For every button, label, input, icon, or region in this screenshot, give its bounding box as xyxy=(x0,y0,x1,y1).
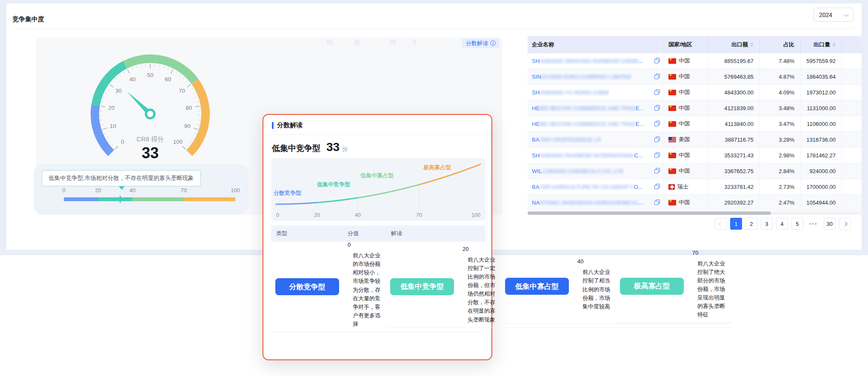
flag-icon xyxy=(668,121,676,127)
company-name-link[interactable]: BAYER AGRICULTURE BV AS AGENT FO... xyxy=(532,184,642,190)
copy-icon[interactable] xyxy=(654,152,660,158)
share-cell: 3.48% xyxy=(760,100,801,116)
copy-icon[interactable] xyxy=(654,74,660,79)
range-desc: 前八大企业控制了相当比例的市场份额，市场集中度较高 xyxy=(577,265,616,314)
scale-tick-label: 20 xyxy=(95,187,101,194)
company-name-link[interactable]: NANTONG JIANGSHAN AGROCHEMICAL ... xyxy=(532,199,643,206)
sort-icon[interactable] xyxy=(832,43,836,47)
company-name-cell: WILLOWOOD CHEMICALS CO.,LTD xyxy=(528,163,664,179)
company-name-link[interactable]: BAYER CROPSCIENCE LP xyxy=(532,137,601,143)
company-table: 企业名称国家/地区出口额占比出口量 SHANDONG WEIFANG RAINB… xyxy=(528,36,862,211)
company-name-link[interactable]: SHANDONG RAINBOW INTERNATIONAC... xyxy=(532,152,643,159)
horizontal-scrollbar-thumb[interactable] xyxy=(528,211,771,215)
export-value-cell: 2920392.27 xyxy=(708,195,760,210)
modal-result: 低集中竞争型 33 分 xyxy=(272,140,348,154)
copy-icon[interactable] xyxy=(654,121,660,126)
type-button[interactable]: 极高寡占型 xyxy=(620,278,684,295)
pagination-page-30[interactable]: 30 xyxy=(824,218,836,230)
header-company-name[interactable]: 企业名称 xyxy=(528,36,664,53)
company-name-link[interactable]: SHANDONG YU RONG CHEM xyxy=(532,89,609,96)
modal-divider xyxy=(263,134,491,135)
tooltip-arrow xyxy=(119,186,125,190)
export-volume-cell: 1054944.00 xyxy=(801,195,842,210)
table-row: HEBEI BESTAR COMMERCE AND TRADE... 中国 41… xyxy=(528,100,862,116)
flag-icon xyxy=(668,153,676,158)
svg-text:70: 70 xyxy=(179,88,185,94)
competition-concentration-page: 竞争集中度 2024 分数解读 i 0102030405060708090100… xyxy=(0,0,868,376)
interpretation-row: 低集中寡占型 40 前八大企业控制了相当比例的市场份额，市场集中度较高 极高寡占… xyxy=(501,250,731,324)
header-export-value[interactable]: 出口额 xyxy=(708,36,760,53)
svg-text:33: 33 xyxy=(142,144,159,162)
svg-text:80: 80 xyxy=(186,105,192,111)
score-tooltip: 低集中竞争型,市场相对分散，不存在明显的寡头垄断现象 xyxy=(42,170,201,186)
company-name-link[interactable]: HEBEI BESTAR COMMERCE AND TRADE... xyxy=(532,105,643,111)
copy-icon[interactable] xyxy=(654,58,660,63)
export-value-cell: 3367652.75 xyxy=(708,163,760,179)
copy-icon[interactable] xyxy=(654,105,660,111)
header-share[interactable]: 占比 xyxy=(760,36,801,53)
horizontal-scrollbar-track[interactable] xyxy=(528,211,862,215)
export-volume-cell: 1973012.00 xyxy=(801,85,842,100)
export-value-cell: 8855195.67 xyxy=(708,53,760,68)
share-cell: 4.09% xyxy=(760,85,801,100)
header-accent-bar xyxy=(272,122,274,129)
header-country[interactable]: 国家/地区 xyxy=(664,36,708,53)
scale-segment xyxy=(132,197,184,201)
copy-icon[interactable] xyxy=(654,184,660,189)
svg-text:60: 60 xyxy=(165,76,171,83)
export-value-cell: 4121839.00 xyxy=(708,100,760,116)
svg-text:CR8 得分: CR8 得分 xyxy=(137,135,164,142)
export-volume-cell: 5957559.92 xyxy=(801,53,842,68)
svg-text:分散竞争型: 分散竞争型 xyxy=(273,190,301,196)
col-range: 分值 xyxy=(343,230,386,237)
blurred-name: ANDONG YU RONG CHEM xyxy=(540,89,609,96)
type-button[interactable]: 低集中寡占型 xyxy=(505,278,569,295)
pagination-page-1[interactable]: 1 xyxy=(730,218,742,230)
pagination-next[interactable] xyxy=(839,218,851,230)
scale-tick-label: 100 xyxy=(231,187,240,194)
table-row: SINOCHEM AGRO COMPANY LIMITED 中国 5769463… xyxy=(528,69,862,85)
score-scale: 0204070100 xyxy=(64,187,235,204)
cr8-gauge-chart: 0102030405060708090100CR8 得分33 xyxy=(48,40,244,168)
blurred-name: OCHEM AGRO COMPANY LIMITED xyxy=(541,74,632,80)
company-name-cell: SHANDONG RAINBOW INTERNATIONAC... xyxy=(528,148,664,163)
header-export-volume[interactable]: 出口量 xyxy=(801,36,842,53)
svg-text:0: 0 xyxy=(121,139,124,145)
copy-icon[interactable] xyxy=(654,168,660,174)
company-name-link[interactable]: SINOCHEM AGRO COMPANY LIMITED xyxy=(532,74,631,80)
company-table-body: SHANDONG WEIFANG RAINBOW CHEMI... 中国 885… xyxy=(528,53,862,211)
header-stub xyxy=(842,36,862,53)
flag-icon xyxy=(668,58,676,64)
country-cell: 美国 xyxy=(664,132,708,147)
country-cell: 中国 xyxy=(664,69,708,84)
year-select[interactable]: 2024 xyxy=(814,8,854,22)
copy-icon[interactable] xyxy=(654,89,660,95)
pagination-page-2[interactable]: 2 xyxy=(745,218,757,230)
pagination-page-4[interactable]: 4 xyxy=(776,218,788,230)
company-name-link[interactable]: HEBEI BESTAR COMMERCE AND TRADE... xyxy=(532,121,643,127)
company-name-link[interactable]: SHANDONG WEIFANG RAINBOW CHEMI... xyxy=(532,58,643,64)
pagination-prev[interactable] xyxy=(715,218,727,230)
type-button[interactable]: 分散竞争型 xyxy=(275,278,339,295)
scale-segment xyxy=(184,197,235,201)
export-value-cell: 3233781.42 xyxy=(708,179,760,194)
country-cell: 中国 xyxy=(664,148,708,163)
copy-icon[interactable] xyxy=(654,199,660,205)
copy-icon[interactable] xyxy=(654,137,660,142)
pagination-page-5[interactable]: 5 xyxy=(791,218,803,230)
col-desc: 解读 xyxy=(386,230,485,237)
table-row: SHANDONG RAINBOW INTERNATIONAC... 中国 353… xyxy=(528,148,862,163)
stub-cell xyxy=(842,148,862,163)
scale-labels: 0204070100 xyxy=(64,187,235,195)
score-interpretation-button[interactable]: 分数解读 i xyxy=(462,38,500,48)
svg-text:90: 90 xyxy=(184,123,191,129)
share-cell: 7.48% xyxy=(760,53,801,68)
pagination-page-3[interactable]: 3 xyxy=(761,218,773,230)
sort-icon[interactable] xyxy=(750,43,754,47)
export-volume-cell: 1131000.00 xyxy=(801,100,842,116)
pagination: 12345•••30 xyxy=(715,218,851,230)
type-button[interactable]: 低集中竞争型 xyxy=(390,278,454,295)
company-name-link[interactable]: WILLOWOOD CHEMICALS CO.,LTD xyxy=(532,168,624,174)
svg-text:100: 100 xyxy=(471,212,480,218)
stub-cell xyxy=(842,85,862,100)
